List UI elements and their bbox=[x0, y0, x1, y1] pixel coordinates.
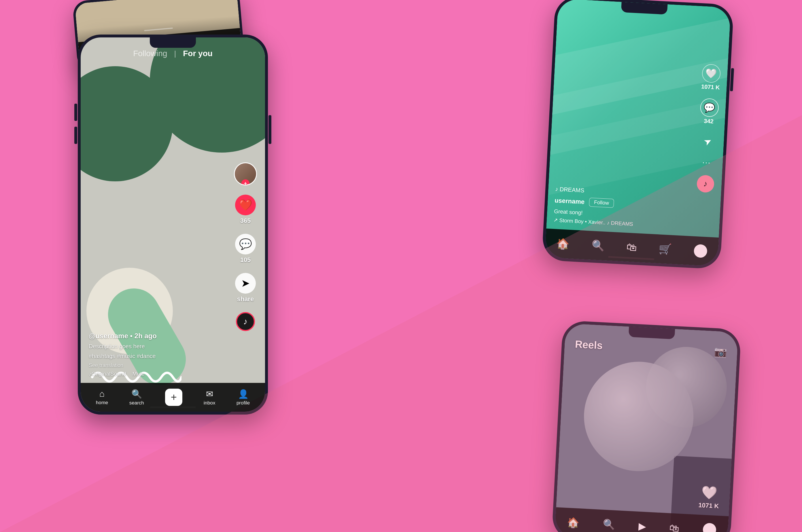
action-buttons: + ❤️ 365 💬 105 bbox=[234, 163, 257, 331]
p3-video-info: ♪ DREAMS username Follow Great song! ↗ S… bbox=[553, 186, 683, 230]
p3-music-action: ♪ bbox=[696, 175, 714, 193]
side-button-p3 bbox=[730, 68, 734, 91]
share-icon: ➤ bbox=[241, 277, 250, 289]
notch-p3 bbox=[621, 2, 668, 14]
reels-stats: 🤍 1071 K bbox=[698, 485, 720, 510]
p3-comment-action[interactable]: 💬 342 bbox=[699, 98, 719, 125]
p3-nav-cart-icon[interactable]: 🛒 bbox=[658, 243, 672, 255]
reels-heart-icon[interactable]: 🤍 bbox=[701, 485, 717, 501]
creator-username: @username • 2h ago bbox=[89, 332, 225, 340]
reels-like-count: 1071 K bbox=[698, 501, 719, 510]
comment-button[interactable]: 💬 bbox=[235, 234, 256, 254]
see-translation[interactable]: See translation bbox=[89, 362, 225, 369]
reels-nav-avatar[interactable] bbox=[703, 523, 716, 532]
creator-avatar-action[interactable]: + bbox=[234, 163, 257, 185]
home-label-main: home bbox=[96, 400, 108, 406]
p3-comment-count: 342 bbox=[704, 118, 714, 125]
reels-nav-search-icon[interactable]: 🔍 bbox=[602, 518, 615, 531]
profile-label-main: profile bbox=[237, 400, 250, 406]
inbox-icon-main: ✉ bbox=[206, 389, 213, 399]
p3-comment-icon: 💬 bbox=[704, 102, 715, 113]
p3-nav-avatar[interactable] bbox=[693, 244, 707, 258]
bottom-navigation: ⌂ home 🔍 search + ✉ inbox 👤 profile bbox=[81, 383, 265, 412]
side-button-volume-down bbox=[74, 127, 77, 144]
share-button[interactable]: ➤ bbox=[235, 273, 256, 293]
nav-inbox-main[interactable]: ✉ inbox bbox=[204, 389, 216, 406]
reels-nav-shop-icon[interactable]: 🛍 bbox=[669, 522, 679, 532]
comment-action[interactable]: 💬 105 bbox=[235, 234, 256, 264]
nav-home-main[interactable]: ⌂ home bbox=[96, 389, 108, 406]
p3-music-icon: ♪ bbox=[703, 179, 708, 189]
reels-nav-reels-icon[interactable]: ▶ bbox=[638, 520, 646, 532]
video-description: Description goes here bbox=[89, 342, 225, 350]
like-count: 365 bbox=[240, 217, 251, 225]
reels-nav-home-icon[interactable]: 🏠 bbox=[567, 516, 580, 529]
p3-nav-shop-icon[interactable]: 🛍 bbox=[626, 241, 637, 254]
comment-count: 105 bbox=[240, 256, 251, 264]
home-icon-main: ⌂ bbox=[99, 389, 105, 399]
side-button-volume-up bbox=[74, 103, 77, 121]
share-action[interactable]: ➤ share bbox=[235, 273, 256, 303]
video-info: @username • 2h ago Description goes here… bbox=[89, 332, 225, 377]
phone-tiktok-green: 🤍 1071 K 💬 342 ➤ bbox=[542, 0, 734, 269]
comment-icon: 💬 bbox=[239, 238, 252, 250]
music-note-icon: ♪ bbox=[243, 317, 248, 326]
video-hashtags: #hashtags #music #dance bbox=[89, 352, 225, 360]
p3-username: username bbox=[554, 197, 585, 206]
p3-nav-home-icon[interactable]: 🏠 bbox=[556, 238, 570, 250]
share-label: share bbox=[237, 296, 254, 303]
plus-icon-main: + bbox=[171, 391, 177, 403]
p3-send-action[interactable]: ➤ bbox=[698, 132, 717, 150]
following-tab[interactable]: Following bbox=[133, 49, 167, 58]
follow-plus-icon: + bbox=[241, 179, 250, 185]
p3-send-icon: ➤ bbox=[702, 135, 714, 148]
phone-instagram-reels: Reels 📷 🤍 1071 K 🏠 🔍 ▶ 🛍 bbox=[552, 320, 742, 532]
inbox-label-main: inbox bbox=[204, 400, 216, 406]
p3-like-action[interactable]: 🤍 1071 K bbox=[701, 64, 721, 91]
nav-search-main[interactable]: 🔍 search bbox=[129, 389, 144, 406]
original-sound: ♪OriginalSound Mute bbox=[89, 371, 225, 377]
search-icon-main: 🔍 bbox=[131, 389, 142, 399]
search-label-main: search bbox=[129, 400, 144, 406]
p3-like-count: 1071 K bbox=[701, 83, 720, 91]
p3-send-button[interactable]: ➤ bbox=[696, 130, 719, 153]
p3-comment-button[interactable]: 💬 bbox=[700, 98, 719, 117]
notch bbox=[150, 37, 196, 48]
notch-p4 bbox=[628, 326, 675, 339]
tiktok-header: Following | For you bbox=[81, 49, 265, 58]
p3-nav-search-icon[interactable]: 🔍 bbox=[591, 239, 605, 252]
creator-avatar: + bbox=[234, 163, 257, 185]
p3-bottom-nav: 🏠 🔍 🛍 🛒 bbox=[545, 229, 719, 266]
side-button-power bbox=[269, 115, 271, 144]
p3-more-action[interactable]: ··· bbox=[702, 158, 711, 167]
header-divider: | bbox=[174, 49, 176, 58]
p3-heart-button[interactable]: 🤍 bbox=[701, 64, 721, 83]
p3-music-disc: ♪ bbox=[696, 175, 714, 193]
nav-profile-main[interactable]: 👤 profile bbox=[237, 389, 250, 406]
reels-header: Reels 📷 bbox=[564, 338, 737, 359]
profile-icon-main: 👤 bbox=[238, 389, 249, 399]
reels-title: Reels bbox=[575, 338, 603, 352]
like-button[interactable]: ❤️ bbox=[235, 195, 256, 215]
p3-more-icon: ··· bbox=[702, 158, 711, 167]
reels-camera-icon[interactable]: 📷 bbox=[714, 345, 727, 358]
p3-follow-button[interactable]: Follow bbox=[589, 198, 614, 208]
for-you-tab[interactable]: For you bbox=[183, 49, 213, 58]
music-action[interactable]: ♪ bbox=[236, 312, 255, 331]
like-action[interactable]: ❤️ 365 bbox=[235, 195, 256, 225]
nav-plus-main[interactable]: + bbox=[165, 388, 182, 406]
music-disc: ♪ bbox=[236, 312, 255, 331]
heart-icon: ❤️ bbox=[239, 198, 252, 211]
phone-tiktok-main: Following | For you + ❤️ 3 bbox=[78, 35, 268, 415]
p3-heart-icon: 🤍 bbox=[705, 68, 717, 79]
